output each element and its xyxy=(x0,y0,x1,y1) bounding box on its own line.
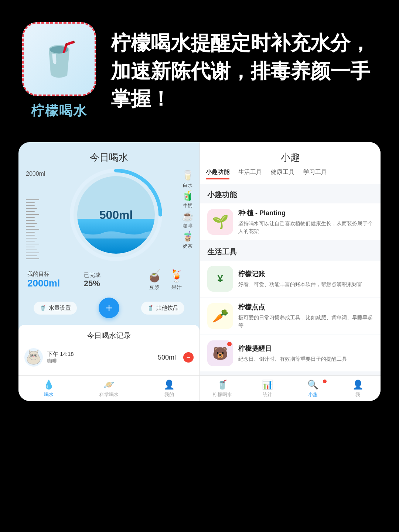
extra-drink-types: 🧉 豆浆 🍹 果汁 xyxy=(140,269,191,291)
scale-line xyxy=(26,250,37,250)
reminder-title: 柠檬提醒日 xyxy=(238,344,373,353)
tab-xiaoqu-func[interactable]: 小趣功能 xyxy=(206,168,229,179)
water-setting-label: 水量设置 xyxy=(49,305,71,312)
nav-me[interactable]: 👤 我 xyxy=(335,380,381,398)
minus-icon: − xyxy=(187,354,191,361)
scale-line xyxy=(26,241,35,241)
right-phone: 小趣 小趣功能 生活工具 健康工具 学习工具 小趣功能 🌱 种·植 - Plan… xyxy=(200,142,381,401)
water-fill xyxy=(77,219,155,254)
record-avatar xyxy=(24,348,43,367)
milktea-emoji: 🧋 xyxy=(182,231,194,242)
lemon-water-icon: 🥤 xyxy=(217,380,228,390)
drink-juice[interactable]: 🍹 果汁 xyxy=(169,269,184,291)
juice-label: 果汁 xyxy=(171,284,182,291)
other-drinks-icon: 🥤 xyxy=(147,305,154,311)
water-main-area: 2000ml xyxy=(18,167,200,266)
drink-icon-milk[interactable]: 🧃 牛奶 xyxy=(182,190,194,209)
record-ml: 500ml xyxy=(158,354,176,361)
soybean-label: 豆浆 xyxy=(149,284,160,291)
record-item: 下午 14:18 咖啡 500ml − xyxy=(24,345,194,370)
water-header: 今日喝水 xyxy=(18,142,200,167)
svg-point-6 xyxy=(31,354,33,356)
svg-marker-5 xyxy=(35,350,38,353)
science-nav-icon: 🪐 xyxy=(103,380,115,390)
stats-label: 统计 xyxy=(263,391,272,398)
water-fill-circle: 500ml xyxy=(77,176,155,254)
nav-item-water[interactable]: 💧 喝水 xyxy=(18,380,79,398)
drink-icon-coffee[interactable]: ☕ 咖啡 xyxy=(182,210,194,229)
add-icon: + xyxy=(106,301,113,315)
water-emoji: 🥛 xyxy=(182,170,194,181)
completed-label: 已完成 xyxy=(84,272,134,279)
action-bar: 🥤 水量设置 + 🥤 其他饮品 xyxy=(18,294,200,323)
nav-item-mine[interactable]: 👤 我的 xyxy=(139,380,200,398)
record-type: 咖啡 xyxy=(47,358,153,364)
scale-line xyxy=(26,226,35,227)
record-time: 下午 14:18 xyxy=(47,351,153,358)
scale-lines xyxy=(26,199,49,259)
scale-line xyxy=(26,217,35,218)
goal-value: 2000ml xyxy=(27,278,78,289)
tab-study-tools[interactable]: 学习工具 xyxy=(303,168,327,179)
tab-health-tools[interactable]: 健康工具 xyxy=(271,168,294,179)
ledger-icon: ¥ xyxy=(207,266,233,292)
scale-line xyxy=(26,220,35,221)
scale-line xyxy=(26,244,39,244)
scale-line xyxy=(26,235,35,236)
add-water-button[interactable]: + xyxy=(99,298,119,318)
scale-line xyxy=(26,229,39,230)
dotdot-icon: 🥕 xyxy=(207,303,233,329)
scale-line xyxy=(26,199,39,200)
other-drinks-label: 其他饮品 xyxy=(156,305,178,312)
nav-item-science[interactable]: 🪐 科学喝水 xyxy=(79,380,139,398)
completed-value: 25% xyxy=(84,279,134,288)
tab-life-tools[interactable]: 生活工具 xyxy=(238,168,262,179)
scale-line xyxy=(26,238,37,238)
left-phone: 今日喝水 2000ml xyxy=(18,142,200,401)
drink-icon-milktea[interactable]: 🧋 奶茶 xyxy=(182,231,194,250)
record-section: 今日喝水记录 xyxy=(18,325,200,375)
water-circle: 500ml xyxy=(68,167,164,263)
water-nav-label: 喝水 xyxy=(44,391,54,398)
goal-label: 我的目标 xyxy=(27,271,78,278)
scale-line xyxy=(26,232,35,233)
me-label: 我 xyxy=(355,391,360,398)
card-planting[interactable]: 🌱 种·植 - Planting 坚持喝水可以让自己喜欢植物们健康生长，从而装扮… xyxy=(200,203,381,240)
card-reminder[interactable]: 🐻 柠檬提醒日 纪念日、倒计时、有效期等重要日子的提醒工具 xyxy=(200,335,381,371)
nav-lemon-water[interactable]: 🥤 柠檬喝水 xyxy=(200,380,245,398)
section1-title: 小趣功能 xyxy=(200,184,381,203)
search-icon: 🔍 xyxy=(307,380,318,390)
card-dotdot[interactable]: 🥕 柠檬点点 极可爱的日常习惯养成工具，比如减肥、背单词、早睡早起等 xyxy=(200,298,381,334)
scale-top-label: 2000ml xyxy=(26,171,49,177)
water-scale: 2000ml xyxy=(24,167,50,263)
milktea-label: 奶茶 xyxy=(183,243,192,250)
hero-text: 柠檬喝水提醒定时补充水分，加速新陈代谢，排毒养颜一手掌握！ xyxy=(111,29,377,113)
scale-line xyxy=(26,205,35,206)
scale-line xyxy=(26,255,37,256)
svg-marker-4 xyxy=(29,350,32,353)
xiaoqu-badge xyxy=(323,380,327,383)
xiaoqu-label: 小趣 xyxy=(308,391,318,398)
drink-soybean[interactable]: 🧉 豆浆 xyxy=(147,269,162,291)
record-delete-button[interactable]: − xyxy=(183,352,194,363)
ledger-info: 柠檬记账 好看、可爱、功能丰富的账本软件，帮您点滴积累财富 xyxy=(238,270,373,288)
ledger-title: 柠檬记账 xyxy=(238,270,373,278)
water-setting-button[interactable]: 🥤 水量设置 xyxy=(34,302,77,315)
reminder-desc: 纪念日、倒计时、有效期等重要日子的提醒工具 xyxy=(238,355,373,363)
nav-stats[interactable]: 📊 统计 xyxy=(245,380,290,398)
soybean-emoji: 🧉 xyxy=(147,269,162,283)
coffee-emoji: ☕ xyxy=(182,210,194,222)
lemon-water-label: 柠檬喝水 xyxy=(213,391,232,398)
nav-xiaoqu[interactable]: 🔍 小趣 xyxy=(290,380,335,398)
xiaoqu-tabs: 小趣功能 生活工具 健康工具 学习工具 xyxy=(200,168,381,184)
bottom-nav-left: 💧 喝水 🪐 科学喝水 👤 我的 xyxy=(18,375,200,401)
card-ledger[interactable]: ¥ 柠檬记账 好看、可爱、功能丰富的账本软件，帮您点滴积累财富 xyxy=(200,261,381,297)
water-label: 白水 xyxy=(183,182,192,189)
planting-icon: 🌱 xyxy=(207,209,233,235)
scale-line xyxy=(26,253,39,253)
other-drinks-button[interactable]: 🥤 其他饮品 xyxy=(141,302,184,315)
drink-icon-water[interactable]: 🥛 白水 xyxy=(182,170,194,189)
scale-line xyxy=(26,258,39,259)
milk-label: 牛奶 xyxy=(183,202,192,209)
stats-icon: 📊 xyxy=(262,380,273,390)
